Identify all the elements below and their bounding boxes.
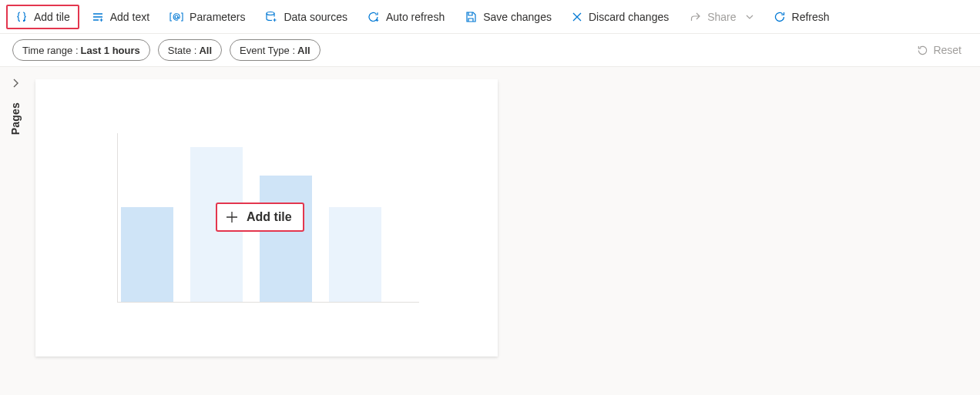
dashboard-canvas[interactable]: Add tile	[31, 67, 980, 395]
pages-label: Pages	[9, 102, 22, 135]
auto-refresh-label: Auto refresh	[386, 11, 445, 23]
discard-changes-button[interactable]: Discard changes	[564, 5, 676, 29]
save-changes-button[interactable]: Save changes	[457, 5, 559, 29]
share-button: Share	[681, 5, 760, 29]
discard-changes-label: Discard changes	[589, 11, 669, 23]
save-changes-label: Save changes	[483, 11, 552, 23]
close-icon	[572, 12, 582, 22]
parameters-label: Parameters	[190, 11, 245, 23]
data-sources-button[interactable]: Data sources	[257, 5, 354, 29]
refresh-button[interactable]: Refresh	[766, 5, 837, 29]
share-label: Share	[707, 11, 736, 23]
time-range-label: Time range :	[22, 45, 79, 56]
state-filter[interactable]: State : All	[158, 39, 222, 61]
share-icon	[689, 11, 701, 23]
add-text-button[interactable]: Add text	[84, 5, 157, 29]
add-text-label: Add text	[110, 11, 149, 23]
chart-bar	[121, 207, 173, 302]
time-range-filter[interactable]: Time range : Last 1 hours	[12, 39, 150, 61]
save-icon	[465, 11, 477, 23]
svg-point-1	[267, 12, 274, 15]
auto-refresh-icon	[368, 11, 380, 23]
chevron-down-icon	[746, 13, 753, 21]
time-range-value: Last 1 hours	[81, 45, 140, 56]
data-sources-label: Data sources	[284, 11, 347, 23]
toolbar: Add tile Add text Parameters Data source…	[0, 0, 980, 34]
state-value: All	[199, 45, 212, 56]
braces-icon	[15, 11, 28, 23]
add-tile-overlay-label: Add tile	[247, 210, 292, 224]
filter-row: Time range : Last 1 hours State : All Ev…	[0, 34, 980, 66]
refresh-label: Refresh	[792, 11, 830, 23]
at-bracket-icon	[169, 11, 183, 23]
auto-refresh-button[interactable]: Auto refresh	[360, 5, 452, 29]
pages-sidebar: Pages	[0, 67, 31, 395]
svg-point-0	[175, 15, 178, 18]
plus-icon	[225, 210, 239, 224]
add-tile-label: Add tile	[34, 11, 70, 23]
main-area: Pages Add tile	[0, 66, 980, 395]
text-lines-icon	[92, 11, 104, 23]
state-label: State :	[168, 45, 197, 56]
refresh-icon	[774, 11, 786, 23]
add-tile-button[interactable]: Add tile	[6, 5, 79, 29]
chart-bar	[329, 207, 381, 302]
database-icon	[265, 11, 277, 23]
parameters-button[interactable]: Parameters	[162, 5, 253, 29]
event-type-filter[interactable]: Event Type : All	[230, 39, 321, 61]
expand-sidebar-button[interactable]	[10, 78, 21, 89]
add-tile-overlay-button[interactable]: Add tile	[216, 203, 304, 232]
chart-bar	[260, 176, 312, 302]
event-type-value: All	[297, 45, 310, 56]
event-type-label: Event Type :	[240, 45, 295, 56]
reset-button: Reset	[911, 44, 968, 56]
undo-icon	[917, 45, 928, 56]
reset-label: Reset	[933, 44, 962, 56]
dashboard-tile[interactable]: Add tile	[35, 79, 498, 357]
